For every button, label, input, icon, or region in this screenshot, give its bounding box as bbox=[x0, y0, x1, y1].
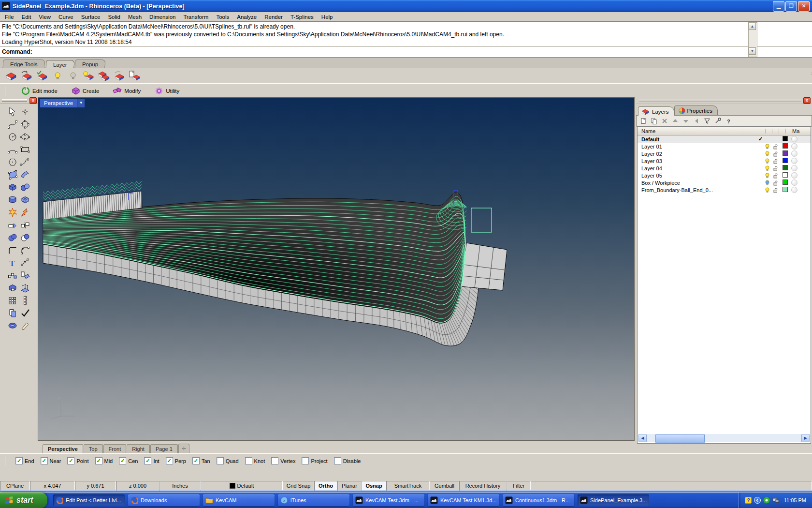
osnap-project[interactable]: Project bbox=[302, 457, 327, 464]
scroll-left-icon[interactable]: ◀ bbox=[638, 434, 647, 442]
text-object-tool-icon[interactable]: T bbox=[6, 256, 19, 269]
column-material[interactable]: Ma bbox=[792, 128, 811, 134]
menu-mesh[interactable]: Mesh bbox=[124, 13, 145, 21]
osnap-cen[interactable]: ✓Cen bbox=[119, 457, 138, 464]
copy-objects-tool-icon[interactable] bbox=[6, 269, 19, 282]
layer-color-swatch[interactable] bbox=[781, 179, 789, 186]
layer-row[interactable]: From_Boundary-Ball_End_0... bbox=[638, 186, 811, 194]
menu-t-splines[interactable]: T-Splines bbox=[287, 13, 318, 21]
viewport-tab-page-1[interactable]: Page 1 bbox=[150, 444, 178, 453]
osnap-perp[interactable]: ✓Perp bbox=[166, 457, 186, 464]
taskbar-task-1[interactable]: Downloads bbox=[128, 494, 200, 506]
menu-analyze[interactable]: Analyze bbox=[233, 13, 261, 21]
osnap-checkbox[interactable] bbox=[302, 457, 309, 464]
extrude-surface-tool-icon[interactable] bbox=[19, 282, 31, 294]
status-osnap[interactable]: Osnap bbox=[362, 481, 386, 491]
menu-file[interactable]: File bbox=[1, 13, 18, 21]
viewport-tab-top[interactable]: Top bbox=[84, 444, 103, 453]
layer-lock-icon[interactable] bbox=[773, 165, 781, 171]
bulb-one-layer-icon[interactable] bbox=[81, 69, 95, 82]
delete-layer-icon[interactable] bbox=[661, 117, 668, 125]
layer-material-sphere[interactable] bbox=[789, 158, 811, 164]
single-point-tool-icon[interactable] bbox=[19, 105, 31, 118]
taskbar-task-2[interactable]: KevCAM bbox=[203, 494, 275, 506]
menu-tools[interactable]: Tools bbox=[212, 13, 233, 21]
layer-visibility-bulb-icon[interactable] bbox=[765, 173, 773, 179]
osnap-checkbox[interactable] bbox=[334, 457, 341, 464]
polygon-tool-icon[interactable] bbox=[6, 156, 19, 168]
osnap-vertex[interactable]: Vertex bbox=[271, 457, 295, 464]
layer-lock-icon[interactable] bbox=[773, 173, 781, 179]
menu-edit[interactable]: Edit bbox=[18, 13, 35, 21]
explode-tool-icon[interactable] bbox=[6, 206, 19, 219]
layer-to-page-icon[interactable] bbox=[128, 69, 142, 82]
osnap-quad[interactable]: Quad bbox=[217, 457, 239, 464]
scroll-up-icon[interactable]: ▲ bbox=[749, 23, 756, 30]
osnap-end[interactable]: ✓End bbox=[15, 457, 34, 464]
panel-close-icon[interactable]: x bbox=[803, 97, 811, 104]
bulb-off-icon[interactable] bbox=[66, 69, 80, 82]
copy-layer-icon[interactable] bbox=[650, 117, 658, 125]
layer-visibility-bulb-icon[interactable] bbox=[765, 165, 773, 171]
boolean-difference-tool-icon[interactable] bbox=[19, 231, 31, 244]
layer-row[interactable]: Default✓ bbox=[638, 135, 811, 143]
scroll-thumb[interactable] bbox=[655, 434, 705, 443]
status-y-0-671[interactable]: y 0.671 bbox=[75, 481, 116, 491]
toolbar-tab-edge-tools[interactable]: Edge Tools bbox=[2, 60, 45, 68]
scroll-right-icon[interactable]: ▶ bbox=[801, 434, 810, 442]
layer-material-sphere[interactable] bbox=[789, 150, 811, 157]
layer-visibility-bulb-icon[interactable] bbox=[765, 180, 773, 186]
layer-row[interactable]: Layer 03 bbox=[638, 157, 811, 164]
layer-material-sphere[interactable] bbox=[789, 179, 811, 186]
scroll-down-icon[interactable]: ▼ bbox=[749, 47, 756, 55]
osnap-point[interactable]: ✓Point bbox=[67, 457, 88, 464]
layer-list-header[interactable]: Name Ma bbox=[638, 127, 811, 135]
layer-stack-icon[interactable] bbox=[97, 69, 111, 82]
osnap-knot[interactable]: Knot bbox=[245, 457, 265, 464]
layer-color-swatch[interactable] bbox=[781, 143, 789, 149]
layer-name[interactable]: Layer 04 bbox=[638, 165, 756, 171]
close-button[interactable]: ✕ bbox=[798, 1, 810, 12]
layer-color-swatch[interactable] bbox=[781, 165, 789, 171]
layer-lock-icon[interactable] bbox=[773, 187, 781, 193]
circle-center-tool-icon[interactable] bbox=[6, 131, 19, 143]
layer-name[interactable]: Layer 02 bbox=[638, 151, 756, 157]
toolbar-grip[interactable] bbox=[5, 87, 7, 95]
status-x-4-047[interactable]: x 4.047 bbox=[30, 481, 75, 491]
layer-visibility-bulb-icon[interactable] bbox=[765, 144, 773, 149]
viewport-tab-right[interactable]: Right bbox=[127, 444, 150, 453]
move-control-points-tool-icon[interactable] bbox=[19, 256, 31, 269]
start-button[interactable]: start bbox=[0, 493, 47, 508]
osnap-checkbox[interactable]: ✓ bbox=[192, 457, 200, 464]
layer-name[interactable]: Layer 05 bbox=[638, 173, 756, 179]
filter-icon[interactable] bbox=[703, 117, 711, 125]
menu-curve[interactable]: Curve bbox=[55, 13, 77, 21]
status-inches[interactable]: Inches bbox=[160, 481, 201, 491]
tsplines-create-button[interactable]: Create bbox=[69, 85, 102, 97]
mesh-primitive-tool-icon[interactable] bbox=[19, 194, 31, 206]
layer-row[interactable]: Box / Workpiece bbox=[638, 179, 811, 186]
sidebar-header[interactable]: x bbox=[0, 97, 38, 104]
menu-surface[interactable]: Surface bbox=[77, 13, 104, 21]
panel-tab-layers[interactable]: Layers bbox=[638, 106, 674, 116]
osnap-grip[interactable] bbox=[5, 457, 7, 465]
move-down-icon[interactable] bbox=[682, 117, 690, 125]
osnap-tan[interactable]: ✓Tan bbox=[192, 457, 210, 464]
osnap-checkbox[interactable]: ✓ bbox=[41, 457, 48, 464]
copy-to-layer-tool-icon[interactable] bbox=[6, 307, 19, 319]
bend-surface-tool-icon[interactable] bbox=[19, 168, 31, 181]
osnap-checkbox[interactable]: ✓ bbox=[119, 457, 126, 464]
hide-icons-chevron-icon[interactable] bbox=[754, 497, 761, 504]
layer-visibility-bulb-icon[interactable] bbox=[765, 151, 773, 157]
array-linear-tool-icon[interactable] bbox=[19, 294, 31, 307]
taskbar-task-3[interactable]: ♪iTunes bbox=[278, 494, 349, 506]
layer-list-hscrollbar[interactable]: ◀ ▶ bbox=[638, 434, 810, 442]
array-grid-tool-icon[interactable] bbox=[6, 294, 19, 307]
command-prompt[interactable]: Command: bbox=[0, 47, 812, 58]
arc-tool-icon[interactable] bbox=[6, 143, 19, 156]
perspective-viewport[interactable]: Perspective ▼ zxy bbox=[38, 97, 635, 441]
tsplines-modify-button[interactable]: Modify bbox=[111, 85, 143, 97]
chevron-down-icon[interactable]: ▼ bbox=[77, 99, 85, 107]
layer-material-sphere[interactable] bbox=[789, 136, 811, 142]
network-tray-icon[interactable] bbox=[772, 497, 779, 504]
